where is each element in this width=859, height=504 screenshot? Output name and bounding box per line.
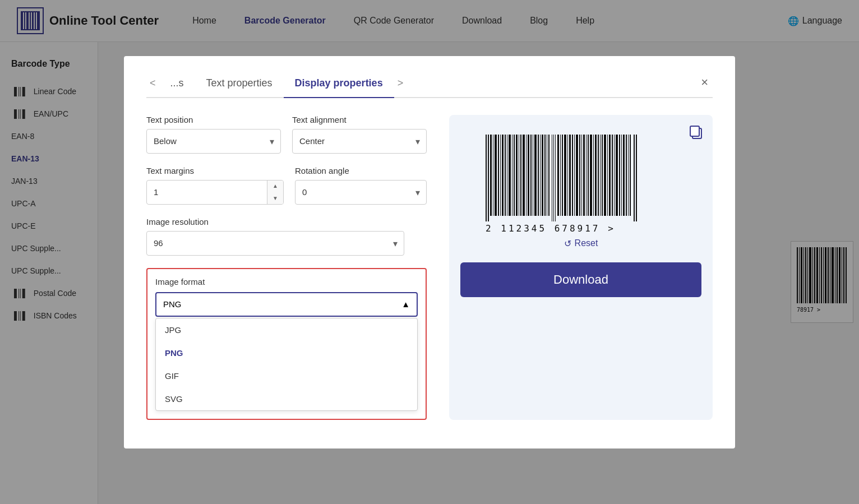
- text-alignment-label: Text alignment: [292, 115, 427, 124]
- rotation-angle-select-wrapper: 0 90 180 270 ▾: [295, 180, 427, 205]
- image-format-dropdown: PNG ▲ JPG PNG GIF SVG: [155, 292, 418, 411]
- text-margins-down[interactable]: ▼: [267, 192, 283, 205]
- svg-rect-96: [630, 135, 631, 216]
- image-format-option-jpg[interactable]: JPG: [156, 318, 417, 341]
- svg-rect-53: [530, 135, 532, 216]
- svg-rect-44: [509, 135, 511, 216]
- tab-next-nav[interactable]: >: [394, 73, 407, 97]
- text-alignment-select-wrapper: Center Left Right ▾: [292, 129, 427, 154]
- image-format-section: Image format PNG ▲ JPG PNG GIF SVG: [146, 268, 427, 420]
- svg-rect-54: [533, 135, 533, 216]
- svg-rect-69: [567, 135, 568, 216]
- text-position-select-wrapper: Below Above None ▾: [146, 129, 281, 154]
- image-format-selected[interactable]: PNG ▲: [155, 292, 418, 317]
- text-margins-input-wrapper: ▲ ▼: [146, 180, 284, 205]
- svg-rect-34: [486, 135, 487, 221]
- svg-rect-89: [614, 135, 615, 216]
- form-row-1: Text position Below Above None ▾ Text al…: [146, 115, 427, 154]
- svg-rect-78: [588, 135, 589, 216]
- svg-rect-98: [636, 135, 637, 221]
- svg-rect-73: [576, 135, 578, 216]
- svg-rect-39: [498, 135, 499, 216]
- text-position-group: Text position Below Above None ▾: [146, 115, 281, 154]
- svg-rect-51: [526, 135, 527, 216]
- text-margins-group: Text margins ▲ ▼: [146, 166, 284, 205]
- preview-panel: 2 112345 678917 > ↺ Reset Download: [449, 115, 713, 420]
- svg-rect-55: [534, 135, 537, 216]
- svg-rect-60: [547, 135, 547, 216]
- svg-rect-65: [557, 135, 559, 216]
- image-format-option-png[interactable]: PNG: [156, 341, 417, 364]
- svg-rect-42: [505, 135, 506, 216]
- svg-rect-52: [528, 135, 529, 216]
- tab-properties[interactable]: ...s: [159, 73, 195, 97]
- svg-rect-79: [590, 135, 592, 216]
- svg-rect-90: [616, 135, 618, 216]
- svg-rect-86: [607, 135, 608, 216]
- svg-rect-83: [600, 135, 601, 216]
- svg-rect-43: [507, 135, 507, 216]
- svg-rect-84: [602, 135, 603, 216]
- svg-rect-92: [621, 135, 622, 216]
- svg-rect-57: [540, 135, 541, 216]
- form-panel: Text position Below Above None ▾ Text al…: [146, 115, 427, 420]
- svg-rect-45: [512, 135, 512, 216]
- image-format-options: JPG PNG GIF SVG: [155, 318, 418, 411]
- image-format-chevron-up: ▲: [401, 299, 410, 309]
- svg-rect-40: [500, 135, 501, 216]
- modal-close-button[interactable]: ×: [696, 73, 713, 92]
- image-resolution-select[interactable]: 72 96 150 200 300: [146, 231, 404, 256]
- image-format-label: Image format: [155, 277, 418, 286]
- svg-rect-61: [548, 135, 549, 216]
- svg-rect-68: [564, 135, 566, 216]
- svg-rect-35: [488, 135, 489, 221]
- svg-rect-67: [562, 135, 563, 216]
- rotation-angle-label: Rotation angle: [295, 166, 427, 175]
- svg-rect-41: [502, 135, 504, 216]
- text-margins-label: Text margins: [146, 166, 284, 175]
- tab-display-properties[interactable]: Display properties: [284, 73, 394, 97]
- text-margins-up[interactable]: ▲: [267, 180, 283, 192]
- image-resolution-label: Image resolution: [146, 217, 404, 226]
- svg-rect-77: [586, 135, 586, 216]
- svg-rect-80: [593, 135, 594, 216]
- tab-prev-nav[interactable]: <: [146, 73, 159, 97]
- svg-rect-56: [538, 135, 539, 216]
- svg-rect-46: [514, 135, 515, 216]
- svg-rect-49: [520, 135, 521, 216]
- svg-rect-59: [544, 135, 546, 216]
- svg-rect-76: [583, 135, 585, 216]
- text-alignment-select[interactable]: Center Left Right: [292, 129, 427, 154]
- image-resolution-group: Image resolution 72 96 150 200 300 ▾: [146, 217, 404, 256]
- barcode-preview: 2 112345 678917 >: [480, 132, 682, 238]
- svg-rect-48: [519, 135, 519, 216]
- rotation-angle-select[interactable]: 0 90 180 270: [295, 180, 427, 205]
- image-format-option-gif[interactable]: GIF: [156, 364, 417, 387]
- svg-rect-47: [516, 135, 518, 216]
- svg-rect-58: [542, 135, 543, 216]
- text-alignment-group: Text alignment Center Left Right ▾: [292, 115, 427, 154]
- text-position-select[interactable]: Below Above None: [146, 129, 281, 154]
- svg-rect-36: [490, 135, 492, 216]
- svg-rect-63: [553, 135, 554, 221]
- image-resolution-select-wrapper: 72 96 150 200 300 ▾: [146, 231, 404, 256]
- svg-rect-70: [569, 135, 571, 216]
- modal-tabs: < ...s Text properties Display propertie…: [146, 73, 713, 98]
- svg-text:2  112345   678917  >: 2 112345 678917 >: [486, 223, 616, 234]
- image-format-option-svg[interactable]: SVG: [156, 387, 417, 410]
- text-margins-input[interactable]: [147, 187, 267, 197]
- download-button[interactable]: Download: [460, 262, 701, 297]
- svg-rect-38: [495, 135, 497, 216]
- svg-rect-66: [560, 135, 561, 216]
- svg-rect-74: [579, 135, 580, 216]
- svg-rect-97: [634, 135, 635, 221]
- svg-rect-37: [493, 135, 493, 216]
- rotation-angle-group: Rotation angle 0 90 180 270 ▾: [295, 166, 427, 205]
- svg-rect-94: [626, 135, 627, 216]
- svg-rect-50: [523, 135, 525, 216]
- text-margins-stepper: ▲ ▼: [267, 180, 283, 205]
- tab-text-properties[interactable]: Text properties: [195, 73, 284, 97]
- svg-rect-71: [572, 135, 573, 216]
- barcode-svg: 2 112345 678917 >: [480, 132, 693, 244]
- form-row-3: Image resolution 72 96 150 200 300 ▾: [146, 217, 427, 256]
